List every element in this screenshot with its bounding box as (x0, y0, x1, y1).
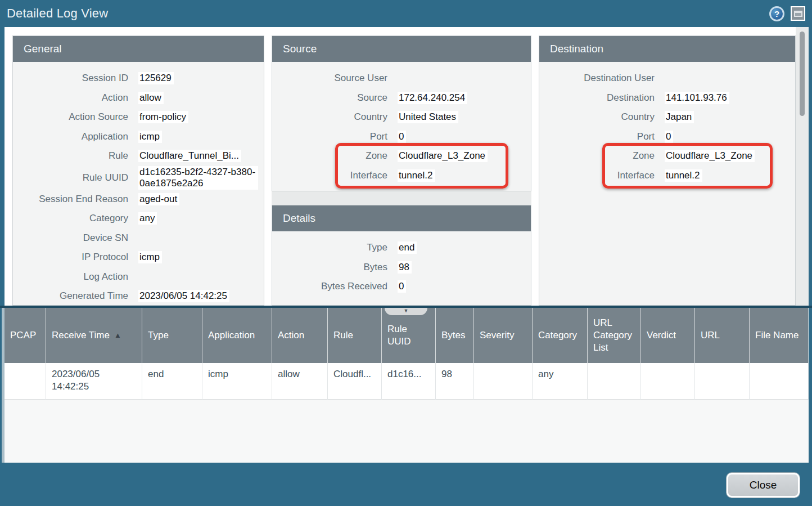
chevron-down-icon: ▼ (404, 308, 409, 314)
field-value-country: Japan (665, 111, 694, 123)
column-header-type[interactable]: Type (142, 308, 202, 363)
table-cell-verdict[interactable] (641, 363, 695, 400)
column-header-label: Verdict (647, 329, 676, 342)
help-icon[interactable]: ? (769, 6, 784, 21)
table-cell-application[interactable]: icmp (202, 363, 272, 400)
destination-panel-body: Destination UserDestination141.101.93.76… (539, 62, 795, 305)
column-header-application[interactable]: Application (202, 308, 272, 363)
column-header-label: Category (538, 329, 577, 342)
field-row-destination-user: Destination User (539, 69, 790, 88)
column-header-label: Rule (333, 329, 353, 342)
detailed-log-view-dialog: Detailed Log View ? GeneralSession ID125… (0, 0, 812, 506)
field-label-port: Port (539, 131, 655, 142)
field-value-action: allow (138, 92, 164, 104)
general-panel: GeneralSession ID125629ActionallowAction… (12, 35, 264, 306)
field-row-port: Port0 (272, 127, 525, 147)
field-label-destination-user: Destination User (539, 73, 655, 84)
field-label-log-action: Log Action (13, 271, 128, 283)
field-label-ip-protocol: IP Protocol (13, 252, 128, 263)
table-cell-url-category-list[interactable] (588, 363, 641, 400)
field-row-destination: Destination141.101.93.76 (539, 88, 790, 108)
table-cell-pcap[interactable] (4, 363, 46, 400)
field-value-session-id: 125629 (138, 72, 174, 84)
column-header-action[interactable]: Action (272, 308, 328, 363)
log-table-region: ▼ PCAPReceive Time▲TypeApplicationAction… (0, 306, 812, 463)
field-value-destination: 141.101.93.76 (665, 92, 729, 104)
collapse-handle[interactable]: ▼ (385, 308, 427, 315)
column-header-rule[interactable]: Rule (328, 308, 382, 363)
field-value-generated-time: 2023/06/05 14:42:25 (138, 290, 229, 302)
field-row-zone: ZoneCloudflare_L3_Zone (539, 146, 790, 166)
column-header-url-category-list[interactable]: URL Category List (588, 308, 641, 363)
vertical-scrollbar[interactable] (796, 27, 809, 306)
table-cell-rule-uuid[interactable]: d1c16... (382, 363, 436, 400)
field-value-session-end-reason: aged-out (138, 193, 179, 205)
table-cell-receive-time[interactable]: 2023/06/05 14:42:25 (46, 363, 142, 400)
field-label-category: Category (13, 213, 128, 224)
field-row-type: Typeend (272, 238, 525, 258)
details-panel-body: TypeendBytes98Bytes Received0 (272, 231, 531, 305)
field-value-type: end (398, 241, 417, 254)
table-cell-file-name[interactable] (750, 363, 809, 400)
field-value-country: United States (398, 111, 458, 123)
field-label-type: Type (272, 242, 387, 253)
field-label-country: Country (272, 111, 387, 123)
table-cell-type[interactable]: end (142, 363, 202, 400)
column-header-label: File Name (755, 329, 799, 342)
column-header-verdict[interactable]: Verdict (641, 308, 695, 363)
field-value-rule-uuid: d1c16235-b2f2-4327-b380-0ae1875e2a26 (138, 166, 258, 190)
field-value-port: 0 (398, 131, 406, 143)
field-row-zone: ZoneCloudflare_L3_Zone (272, 146, 525, 166)
table-cell-severity[interactable] (474, 363, 533, 400)
column-header-pcap[interactable]: PCAP (4, 308, 46, 363)
field-row-interface: Interfacetunnel.2 (272, 166, 525, 186)
field-value-source: 172.64.240.254 (398, 92, 467, 104)
field-label-session-id: Session ID (13, 73, 128, 84)
field-row-device-sn: Device SN (13, 229, 258, 248)
field-label-generated-time: Generated Time (13, 290, 128, 302)
panel-title-source: Source (272, 36, 531, 62)
table-empty-area (4, 400, 809, 463)
field-row-port: Port0 (539, 127, 790, 147)
field-row-source: Source172.64.240.254 (272, 88, 525, 108)
panel-title-general: General (13, 36, 264, 62)
field-row-rule-uuid: Rule UUIDd1c16235-b2f2-4327-b380-0ae1875… (13, 166, 258, 190)
field-label-zone: Zone (272, 150, 387, 162)
scrollbar-thumb[interactable] (800, 32, 805, 116)
log-detail-panels: GeneralSession ID125629ActionallowAction… (4, 27, 809, 306)
column-header-url[interactable]: URL (695, 308, 750, 363)
field-row-rule: RuleCloudflare_Tunnel_Bi... (13, 146, 258, 166)
column-header-bytes[interactable]: Bytes (436, 308, 474, 363)
column-header-receive-time[interactable]: Receive Time▲ (46, 308, 142, 363)
field-value-bytes-received: 0 (398, 280, 406, 293)
page-title: Detailed Log View (7, 6, 108, 21)
column-header-rule-uuid[interactable]: Rule UUID (382, 308, 436, 363)
column-header-label: Rule UUID (387, 323, 430, 348)
field-label-interface: Interface (272, 170, 387, 181)
table-cell-category[interactable]: any (533, 363, 588, 400)
column-header-severity[interactable]: Severity (474, 308, 533, 363)
field-value-interface: tunnel.2 (398, 169, 435, 182)
panel-title-details: Details (272, 205, 531, 231)
close-button[interactable]: Close (727, 473, 800, 498)
field-label-zone: Zone (539, 150, 655, 162)
column-header-label: Receive Time (52, 329, 110, 342)
window-restore-icon[interactable] (791, 6, 805, 21)
field-label-country: Country (539, 111, 655, 123)
field-value-destination-user (665, 78, 668, 79)
table-cell-rule[interactable]: Cloudfl... (328, 363, 382, 400)
table-cell-bytes[interactable]: 98 (436, 363, 474, 400)
column-header-label: PCAP (10, 329, 36, 342)
field-row-bytes: Bytes98 (272, 258, 525, 277)
column-header-file-name[interactable]: File Name (750, 308, 809, 363)
field-label-rule-uuid: Rule UUID (13, 172, 128, 183)
column-header-category[interactable]: Category (533, 308, 588, 363)
field-value-port: 0 (665, 131, 673, 143)
field-label-device-sn: Device SN (13, 232, 128, 244)
column-header-label: URL Category List (593, 317, 635, 354)
column-header-label: Application (208, 329, 255, 342)
field-row-source-user: Source User (272, 69, 525, 88)
field-row-country: CountryUnited States (272, 108, 525, 127)
table-cell-action[interactable]: allow (272, 363, 328, 400)
table-cell-url[interactable] (695, 363, 750, 400)
